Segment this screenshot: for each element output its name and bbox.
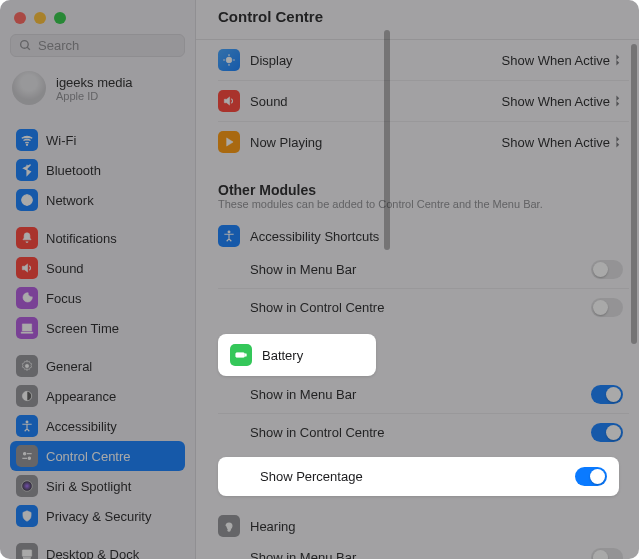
module-value-select[interactable]: Show When Active	[502, 94, 623, 109]
dock-icon	[16, 543, 38, 559]
header: Control Centre	[196, 0, 639, 40]
accessibility-toggle[interactable]	[591, 298, 623, 317]
appearance-icon	[16, 385, 38, 407]
accessibility-icon	[218, 225, 240, 247]
account-row[interactable]: igeeks media Apple ID	[0, 67, 195, 117]
battery-toggle[interactable]	[591, 385, 623, 404]
sidebar-item-control-centre[interactable]: Control Centre	[10, 441, 185, 471]
zoom-icon[interactable]	[54, 12, 66, 24]
sidebar-item-label: Wi-Fi	[46, 133, 76, 148]
svg-rect-24	[236, 353, 245, 358]
hearing-label: Hearing	[250, 519, 623, 534]
sound-icon	[16, 257, 38, 279]
sidebar-item-label: Privacy & Security	[46, 509, 151, 524]
svg-rect-12	[22, 550, 31, 556]
siri-icon	[16, 475, 38, 497]
display-icon	[218, 49, 240, 71]
nowplaying-icon	[218, 131, 240, 153]
module-label: Sound	[250, 94, 492, 109]
settings-window: Search igeeks media Apple ID Wi-FiBlueto…	[0, 0, 639, 559]
sidebar-item-screen-time[interactable]: Screen Time	[10, 313, 185, 343]
hearing-row: Hearing	[218, 506, 629, 539]
sidebar-item-label: Notifications	[46, 231, 117, 246]
sidebar-item-label: Control Centre	[46, 449, 131, 464]
network-icon	[16, 189, 38, 211]
content-pane: Control Centre DisplayShow When ActiveSo…	[196, 0, 639, 559]
row-label: Show in Control Centre	[250, 300, 581, 315]
accessibility-show-in-control-centre: Show in Control Centre	[218, 289, 629, 326]
focus-icon	[16, 287, 38, 309]
controlcentre-icon	[16, 445, 38, 467]
sidebar-item-general[interactable]: General	[10, 351, 185, 381]
screentime-icon	[16, 317, 38, 339]
show-percentage-label: Show Percentage	[260, 469, 565, 484]
sidebar-item-label: Accessibility	[46, 419, 117, 434]
sidebar-item-sound[interactable]: Sound	[10, 253, 185, 283]
svg-point-9	[28, 457, 30, 459]
hearing-toggle[interactable]	[591, 548, 623, 559]
svg-line-1	[27, 47, 30, 50]
svg-point-23	[228, 231, 230, 233]
minimize-icon[interactable]	[34, 12, 46, 24]
sidebar-item-accessibility[interactable]: Accessibility	[10, 411, 185, 441]
module-value-select[interactable]: Show When Active	[502, 53, 623, 68]
module-label: Now Playing	[250, 135, 492, 150]
hearing-show-in-menu-bar: Show in Menu Bar	[218, 539, 629, 559]
accessibility-icon	[16, 415, 38, 437]
sidebar-item-siri-spotlight[interactable]: Siri & Spotlight	[10, 471, 185, 501]
row-label: Show in Menu Bar	[250, 262, 581, 277]
show-percentage-toggle[interactable]	[575, 467, 607, 486]
avatar	[12, 71, 46, 105]
module-value: Show When Active	[502, 135, 610, 150]
battery-row: Battery	[228, 334, 366, 376]
sidebar-item-privacy-security[interactable]: Privacy & Security	[10, 501, 185, 531]
accessibility-shortcuts-label: Accessibility Shortcuts	[250, 229, 623, 244]
search-placeholder: Search	[38, 38, 79, 53]
accessibility-toggle[interactable]	[591, 260, 623, 279]
sidebar-item-network[interactable]: Network	[10, 185, 185, 215]
hearing-icon	[218, 515, 240, 537]
close-icon[interactable]	[14, 12, 26, 24]
sidebar-item-label: Appearance	[46, 389, 116, 404]
search-icon	[19, 39, 32, 52]
svg-point-11	[22, 481, 33, 492]
battery-header-card: Battery	[218, 334, 376, 376]
row-label: Show in Menu Bar	[250, 550, 581, 559]
sidebar-item-label: Sound	[46, 261, 84, 276]
svg-point-2	[26, 144, 27, 145]
battery-label: Battery	[262, 348, 364, 363]
sound-icon	[218, 90, 240, 112]
svg-point-4	[25, 364, 29, 368]
svg-rect-25	[245, 354, 246, 356]
accessibility-shortcuts-row: Accessibility Shortcuts	[218, 216, 629, 251]
sidebar-item-label: Desktop & Dock	[46, 547, 139, 560]
sidebar-item-bluetooth[interactable]: Bluetooth	[10, 155, 185, 185]
other-modules-title: Other Modules	[218, 182, 629, 198]
battery-icon	[230, 344, 252, 366]
module-label: Display	[250, 53, 492, 68]
page-title: Control Centre	[218, 8, 617, 25]
sidebar-item-label: Network	[46, 193, 94, 208]
module-row-display: DisplayShow When Active	[218, 40, 629, 81]
svg-point-6	[26, 421, 28, 423]
bluetooth-icon	[16, 159, 38, 181]
battery-toggle[interactable]	[591, 423, 623, 442]
search-input[interactable]: Search	[10, 34, 185, 57]
sidebar-item-notifications[interactable]: Notifications	[10, 223, 185, 253]
sidebar-item-focus[interactable]: Focus	[10, 283, 185, 313]
sidebar-item-label: Siri & Spotlight	[46, 479, 131, 494]
module-value-select[interactable]: Show When Active	[502, 135, 623, 150]
sidebar-item-label: General	[46, 359, 92, 374]
sidebar-item-appearance[interactable]: Appearance	[10, 381, 185, 411]
row-label: Show in Menu Bar	[250, 387, 581, 402]
sidebar-item-label: Bluetooth	[46, 163, 101, 178]
wifi-icon	[16, 129, 38, 151]
sidebar-item-desktop-dock[interactable]: Desktop & Dock	[10, 539, 185, 559]
privacy-icon	[16, 505, 38, 527]
battery-show-in-control-centre: Show in Control Centre	[218, 414, 629, 451]
sidebar-scrollbar[interactable]	[384, 30, 390, 250]
content-scrollbar[interactable]	[631, 44, 637, 344]
sidebar-list: Wi-FiBluetoothNetwork NotificationsSound…	[0, 117, 195, 559]
sidebar-item-wi-fi[interactable]: Wi-Fi	[10, 125, 185, 155]
svg-point-7	[24, 453, 26, 455]
